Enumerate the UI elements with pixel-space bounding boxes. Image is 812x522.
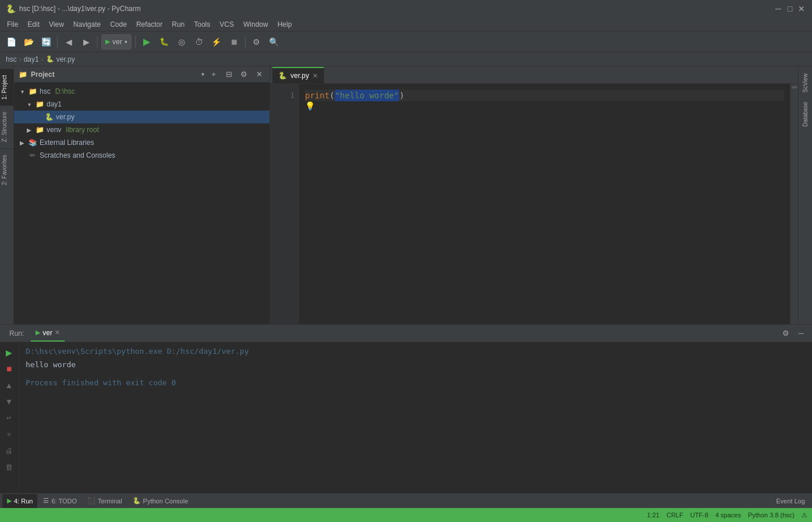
menu-navigate[interactable]: Navigate [69,17,105,31]
bulb-icon: 💡 [305,101,315,111]
run-output: D:\hsc\venv\Scripts\python.exe D:/hsc/da… [19,342,812,493]
build-button[interactable]: ⚡ [209,34,224,49]
run-print-button[interactable]: 🖨 [2,443,16,457]
status-warnings-icon[interactable]: ⚠ [802,512,807,519]
close-button[interactable]: ✕ [797,4,806,13]
editor-tab-ver-py[interactable]: 🐍 ver.py ✕ [272,67,324,83]
settings-run-button[interactable]: ⚙ [779,327,792,340]
folder-icon-hsc: 📁 [28,87,37,96]
open-button[interactable]: 📂 [21,34,36,49]
right-sidebar-database[interactable]: Database [801,97,810,132]
menu-run[interactable]: Run [167,17,189,31]
toolbar-sep-3 [135,36,136,48]
bottom-bar-tab-terminal[interactable]: ⬛ Terminal [83,494,127,508]
run-config-selector[interactable]: ▶ ver ▾ [101,34,132,49]
collapse-all-button[interactable]: ⊟ [223,69,235,80]
bottom-terminal-label: Terminal [98,498,122,505]
run-tab-close[interactable]: ✕ [55,329,60,336]
run-trash-button[interactable]: 🗑 [2,460,16,474]
tab-close-ver-py[interactable]: ✕ [313,72,318,80]
add-item-button[interactable]: + [208,69,219,80]
run-output-hello: hello worde [26,360,805,369]
stop-button[interactable]: ⏹ [226,34,242,49]
debug-button[interactable]: 🐛 [157,34,172,49]
status-indent[interactable]: 4 spaces [715,512,741,519]
menu-file[interactable]: File [2,17,23,31]
run-tree-button[interactable]: ≡ [2,427,16,441]
left-tab-project[interactable]: 1: Project [0,69,13,105]
project-panel-title: Project [31,70,198,79]
run-command-line: D:\hsc\venv\Scripts\python.exe D:/hsc/da… [26,347,805,356]
run-wrap-button[interactable]: ↵ [2,411,16,425]
project-dropdown-icon: 📁 [19,70,27,79]
tree-label-scratches: Scratches and Consoles [40,151,115,159]
code-editor[interactable]: 1 print("hello worde") 💡 [270,84,798,324]
title-bar-controls[interactable]: ─ □ ✕ [774,4,806,13]
tree-label-day1: day1 [47,100,62,108]
run-restart-button[interactable]: ▶ [2,346,16,360]
tree-item-scratches[interactable]: ✏ Scratches and Consoles [14,149,270,162]
editor-scrollbar[interactable] [790,84,798,324]
menu-vcs[interactable]: VCS [215,17,239,31]
status-line-ending[interactable]: CRLF [666,512,683,519]
run-stop-button[interactable]: ⏹ [2,362,16,376]
profile-button[interactable]: ⏱ [192,34,207,49]
folder-icon-venv: 📁 [35,125,44,134]
breadcrumb-file[interactable]: ver.py [56,55,75,63]
sync-button[interactable]: 🔄 [38,34,54,49]
right-sidebar-scview[interactable]: ScView [801,69,810,97]
new-file-button[interactable]: 📄 [3,34,19,49]
search-button[interactable]: 🔍 [267,34,282,49]
scratches-icon: ✏ [28,151,37,160]
close-panel-button[interactable]: ✕ [253,69,265,80]
line-numbers: 1 [270,84,299,324]
settings-button[interactable]: ⚙ [249,34,264,49]
left-tab-structure[interactable]: Z: Structure [0,105,13,148]
run-config-icon: ▶ [105,38,110,45]
run-scroll-down[interactable]: ▼ [2,395,16,409]
bottom-bar-tab-event-log[interactable]: Event Log [771,494,810,508]
minimize-button[interactable]: ─ [774,4,783,13]
breadcrumb-day1[interactable]: day1 [24,55,39,63]
code-hint-bulb[interactable]: 💡 [305,101,315,111]
back-button[interactable]: ◀ [61,34,76,49]
maximize-button[interactable]: □ [785,4,795,13]
status-encoding[interactable]: UTF-8 [690,512,708,519]
title-bar-left: 🐍 hsc [D:\hsc] - ...\day1\ver.py - PyCha… [6,4,141,13]
menu-refactor[interactable]: Refactor [132,17,167,31]
menu-help[interactable]: Help [273,17,297,31]
minimize-panel-button[interactable]: ─ [795,327,807,340]
menu-tools[interactable]: Tools [189,17,215,31]
project-panel: 📁 Project ▾ + ⊟ ⚙ ✕ ▾ 📁 hsc D:\hsc ▾ 📁 d… [14,66,270,324]
left-tab-favorites[interactable]: 2: Favorites [0,148,13,191]
bottom-python-console-label: Python Console [143,498,189,505]
forward-button[interactable]: ▶ [79,34,94,49]
tree-item-ver-py[interactable]: 🐍 ver.py [14,111,270,123]
status-interpreter[interactable]: Python 3.8 (hsc) [748,512,795,519]
settings-panel-button[interactable]: ⚙ [238,69,250,80]
tree-item-hsc[interactable]: ▾ 📁 hsc D:\hsc [14,85,270,98]
menu-window[interactable]: Window [239,17,273,31]
breadcrumb-hsc[interactable]: hsc [6,55,17,63]
code-content[interactable]: print("hello worde") 💡 [299,84,790,324]
menu-edit[interactable]: Edit [23,17,44,31]
bottom-panel: Run: ▶ ver ✕ ⚙ ─ ▶ ⏹ ▲ ▼ ↵ ≡ 🖨 🗑 D:\hsc\… [0,324,812,493]
project-dropdown-chevron[interactable]: ▾ [201,71,204,77]
menu-view[interactable]: View [44,17,69,31]
title-bar: 🐍 hsc [D:\hsc] - ...\day1\ver.py - PyCha… [0,0,812,17]
tab-icon-ver-py: 🐍 [278,72,287,80]
run-button[interactable]: ▶ [139,34,154,49]
tree-item-ext-libs[interactable]: ▶ 📚 External Libraries [14,136,270,149]
bottom-tab-ver[interactable]: ▶ ver ✕ [31,325,65,342]
chevron-venv: ▶ [26,126,33,133]
tree-item-day1[interactable]: ▾ 📁 day1 [14,98,270,111]
run-scroll-up[interactable]: ▲ [2,378,16,392]
bottom-bar-tab-python-console[interactable]: 🐍 Python Console [128,494,193,508]
status-position[interactable]: 1:21 [647,512,659,519]
bottom-bar-tab-run[interactable]: ▶ 4: Run [2,494,37,508]
coverage-button[interactable]: ◎ [174,34,189,49]
menu-code[interactable]: Code [105,17,132,31]
tree-path-hsc: D:\hsc [55,87,75,95]
tree-item-venv[interactable]: ▶ 📁 venv library root [14,123,270,136]
bottom-bar-tab-todo[interactable]: ☰ 6: TODO [38,494,81,508]
